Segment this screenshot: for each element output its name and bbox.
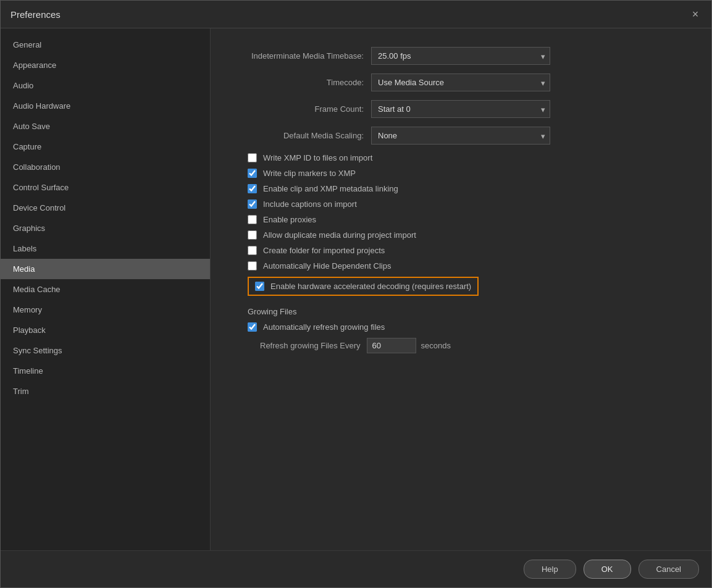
checkbox-hide-dependent-label: Automatically Hide Dependent Clips: [263, 261, 391, 271]
checkboxes-section: Write XMP ID to files on import Write cl…: [235, 153, 687, 302]
timebase-row: Indeterminate Media Timebase: 23.976 fps…: [235, 47, 687, 65]
sidebar-item-device-control[interactable]: Device Control: [1, 198, 210, 218]
sidebar-item-trim[interactable]: Trim: [1, 381, 210, 401]
timecode-select-wrapper: Use Media Source Generate Start at 0: [371, 74, 550, 91]
sidebar-item-auto-save[interactable]: Auto Save: [1, 116, 210, 136]
dialog-footer: Help OK Cancel: [1, 550, 711, 587]
sidebar-item-collaboration[interactable]: Collaboration: [1, 157, 210, 177]
content-panel: Indeterminate Media Timebase: 23.976 fps…: [211, 28, 711, 550]
checkbox-row-auto-refresh: Automatically refresh growing files: [241, 322, 687, 332]
checkbox-row-duplicate: Allow duplicate media during project imp…: [241, 230, 687, 240]
checkbox-xmp-label: Write XMP ID to files on import: [263, 153, 372, 162]
growing-files-section: Growing Files Automatically refresh grow…: [235, 307, 687, 353]
sidebar-item-general[interactable]: General: [1, 35, 210, 55]
checkbox-markers[interactable]: [248, 169, 257, 178]
media-scaling-row: Default Media Scaling: None Set to Frame…: [235, 127, 687, 145]
timecode-select[interactable]: Use Media Source Generate Start at 0: [371, 74, 550, 91]
sidebar-item-sync-settings[interactable]: Sync Settings: [1, 340, 210, 361]
growing-files-title: Growing Files: [241, 307, 687, 316]
ok-button[interactable]: OK: [584, 560, 631, 579]
help-button[interactable]: Help: [524, 560, 576, 579]
checkbox-proxies-label: Enable proxies: [263, 215, 316, 224]
sidebar-item-memory[interactable]: Memory: [1, 300, 210, 320]
sidebar-item-playback[interactable]: Playback: [1, 320, 210, 340]
media-scaling-select[interactable]: None Set to Frame Size Scale to Frame Si…: [371, 127, 550, 145]
close-button[interactable]: ×: [689, 8, 702, 20]
checkbox-row-xmp: Write XMP ID to files on import: [241, 153, 687, 162]
checkbox-hardware-label: Enable hardware accelerated decoding (re…: [270, 282, 471, 291]
checkbox-row-captions: Include captions on import: [241, 200, 687, 209]
dialog-title: Preferences: [10, 9, 61, 20]
media-scaling-select-wrapper: None Set to Frame Size Scale to Frame Si…: [371, 127, 550, 145]
sidebar-item-control-surface[interactable]: Control Surface: [1, 177, 210, 198]
checkbox-folder[interactable]: [248, 246, 257, 255]
timebase-select[interactable]: 23.976 fps 24.00 fps 25.00 fps 29.97 fps…: [371, 47, 550, 65]
refresh-interval-row: Refresh growing Files Every seconds: [241, 338, 687, 353]
sidebar-item-graphics[interactable]: Graphics: [1, 218, 210, 238]
checkbox-metadata[interactable]: [248, 184, 257, 193]
frame-count-label: Frame Count:: [235, 104, 371, 114]
timecode-label: Timecode:: [235, 78, 371, 87]
checkbox-row-metadata: Enable clip and XMP metadata linking: [241, 184, 687, 193]
timebase-select-wrapper: 23.976 fps 24.00 fps 25.00 fps 29.97 fps…: [371, 47, 550, 65]
sidebar-item-labels[interactable]: Labels: [1, 238, 210, 259]
main-content: General Appearance Audio Audio Hardware …: [1, 28, 711, 550]
checkbox-row-markers: Write clip markers to XMP: [241, 169, 687, 178]
frame-count-select[interactable]: Start at 0 Start at 1 Timecode Conversio…: [371, 100, 550, 118]
preferences-dialog: Preferences × General Appearance Audio A…: [0, 0, 712, 588]
checkbox-proxies[interactable]: [248, 215, 257, 224]
checkbox-row-hardware-highlighted: Enable hardware accelerated decoding (re…: [248, 277, 479, 296]
refresh-interval-label: Refresh growing Files Every: [260, 341, 361, 350]
sidebar-item-audio-hardware[interactable]: Audio Hardware: [1, 96, 210, 116]
title-bar: Preferences ×: [1, 1, 711, 28]
refresh-unit-label: seconds: [421, 341, 451, 350]
sidebar-item-media[interactable]: Media: [1, 259, 210, 279]
checkbox-auto-refresh-label: Automatically refresh growing files: [263, 322, 385, 332]
refresh-interval-input[interactable]: [367, 338, 416, 353]
checkbox-hide-dependent[interactable]: [248, 261, 257, 271]
checkbox-auto-refresh[interactable]: [248, 322, 257, 332]
checkbox-captions-label: Include captions on import: [263, 200, 357, 209]
checkbox-xmp[interactable]: [248, 153, 257, 162]
checkbox-folder-label: Create folder for imported projects: [263, 246, 385, 255]
checkbox-metadata-label: Enable clip and XMP metadata linking: [263, 184, 398, 193]
checkbox-row-folder: Create folder for imported projects: [241, 246, 687, 255]
sidebar-item-audio[interactable]: Audio: [1, 75, 210, 96]
checkbox-markers-label: Write clip markers to XMP: [263, 169, 356, 178]
media-scaling-label: Default Media Scaling:: [235, 131, 371, 140]
frame-count-row: Frame Count: Start at 0 Start at 1 Timec…: [235, 100, 687, 118]
sidebar-item-timeline[interactable]: Timeline: [1, 361, 210, 381]
checkbox-row-hide-dependent: Automatically Hide Dependent Clips: [241, 261, 687, 271]
timebase-label: Indeterminate Media Timebase:: [235, 51, 371, 61]
cancel-button[interactable]: Cancel: [639, 560, 699, 579]
sidebar-item-appearance[interactable]: Appearance: [1, 55, 210, 75]
checkbox-captions[interactable]: [248, 200, 257, 209]
checkbox-duplicate-label: Allow duplicate media during project imp…: [263, 230, 416, 240]
checkbox-duplicate[interactable]: [248, 230, 257, 240]
frame-count-select-wrapper: Start at 0 Start at 1 Timecode Conversio…: [371, 100, 550, 118]
timecode-row: Timecode: Use Media Source Generate Star…: [235, 74, 687, 91]
sidebar-item-capture[interactable]: Capture: [1, 136, 210, 157]
sidebar-item-media-cache[interactable]: Media Cache: [1, 279, 210, 300]
sidebar: General Appearance Audio Audio Hardware …: [1, 28, 211, 550]
checkbox-row-proxies: Enable proxies: [241, 215, 687, 224]
checkbox-hardware[interactable]: [255, 282, 264, 291]
